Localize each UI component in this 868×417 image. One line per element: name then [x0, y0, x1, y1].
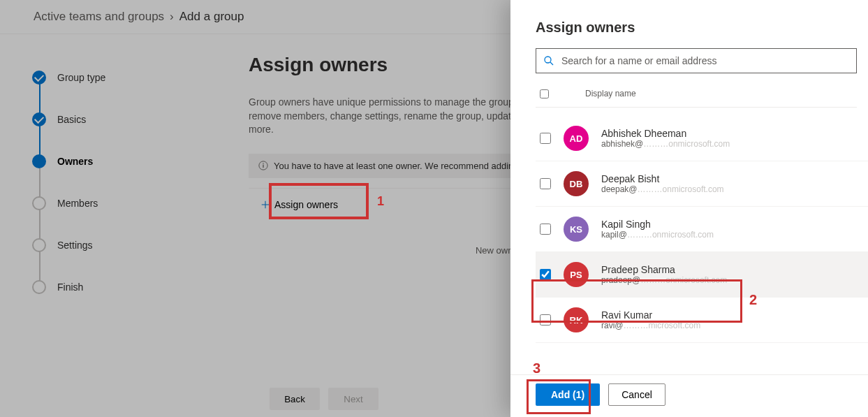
step-members[interactable]: Members	[32, 182, 237, 224]
step-label: Settings	[57, 240, 93, 251]
avatar: RK	[564, 307, 589, 332]
user-row[interactable]: KSKapil Singhkapil@………onmicrosoft.com	[536, 207, 868, 252]
step-basics[interactable]: Basics	[32, 98, 237, 140]
cancel-button[interactable]: Cancel	[608, 383, 665, 406]
user-checkbox[interactable]	[540, 178, 551, 189]
info-icon	[258, 161, 268, 170]
avatar: PS	[564, 262, 589, 287]
user-checkbox[interactable]	[540, 133, 551, 144]
user-checkbox[interactable]	[540, 224, 551, 235]
user-email: ravi@………microsoft.com	[601, 321, 700, 330]
user-name: Abhishek Dheeman	[601, 128, 730, 139]
list-header: Display name	[536, 89, 857, 108]
step-label: Finish	[57, 281, 83, 293]
circle-icon	[32, 280, 46, 294]
user-email: deepak@………onmicrosoft.com	[601, 184, 724, 194]
breadcrumb-root[interactable]: Active teams and groups	[34, 10, 164, 24]
avatar: KS	[564, 217, 589, 242]
avatar: DB	[564, 171, 589, 196]
circle-icon	[32, 196, 46, 210]
svg-point-3	[545, 57, 551, 63]
circle-icon	[32, 238, 46, 252]
avatar: AD	[564, 126, 589, 151]
search-icon	[543, 55, 554, 66]
user-email: abhishek@………onmicrosoft.com	[601, 139, 730, 149]
next-button: Next	[328, 388, 378, 410]
step-settings[interactable]: Settings	[32, 224, 237, 266]
user-name: Ravi Kumar	[601, 309, 700, 321]
user-name: Deepak Bisht	[601, 173, 724, 184]
dot-icon	[32, 154, 46, 168]
select-all-checkbox[interactable]	[540, 89, 549, 98]
annotation-number-1: 1	[377, 194, 384, 209]
check-icon	[32, 71, 46, 85]
back-button[interactable]: Back	[270, 388, 320, 410]
search-box[interactable]	[536, 48, 857, 73]
step-owners[interactable]: Owners	[32, 140, 237, 182]
add-button[interactable]: Add (1)	[536, 383, 600, 406]
column-display-name[interactable]: Display name	[585, 89, 636, 98]
user-email: kapil@………onmicrosoft.com	[601, 230, 714, 240]
user-name: Kapil Singh	[601, 219, 714, 230]
assign-owners-label: Assign owners	[274, 199, 338, 210]
user-row[interactable]: ADAbhishek Dheemanabhishek@………onmicrosof…	[536, 116, 868, 161]
user-checkbox[interactable]	[540, 269, 551, 280]
user-email: pradeep@………onmicrosoft.com	[601, 275, 727, 285]
user-checkbox[interactable]	[540, 314, 551, 325]
user-list: ADAbhishek Dheemanabhishek@………onmicrosof…	[510, 116, 868, 374]
svg-rect-1	[263, 165, 263, 168]
chevron-right-icon: ›	[170, 10, 174, 24]
user-name: Pradeep Sharma	[601, 264, 727, 275]
check-icon	[32, 112, 46, 126]
search-input[interactable]	[561, 55, 849, 66]
plus-icon	[260, 200, 270, 210]
svg-rect-2	[263, 163, 263, 164]
assign-owners-panel: Assign owners Display name ADAbhishek Dh…	[510, 0, 868, 417]
step-label: Group type	[57, 72, 105, 83]
step-label: Basics	[57, 114, 86, 125]
panel-title: Assign owners	[536, 20, 857, 36]
step-label: Owners	[57, 156, 93, 167]
step-label: Members	[57, 198, 98, 209]
step-finish[interactable]: Finish	[32, 266, 237, 308]
user-row[interactable]: RKRavi Kumarravi@………microsoft.com	[536, 298, 868, 343]
breadcrumb-current: Add a group	[179, 10, 244, 24]
user-row[interactable]: PSPradeep Sharmapradeep@………onmicrosoft.c…	[536, 252, 868, 298]
annotation-number-3: 3	[533, 360, 540, 376]
annotation-number-2: 2	[749, 292, 757, 308]
user-row[interactable]: DBDeepak Bishtdeepak@………onmicrosoft.com	[536, 161, 868, 207]
wizard-steps: Group type Basics Owners Members Setting…	[0, 34, 237, 417]
step-group-type[interactable]: Group type	[32, 57, 237, 98]
